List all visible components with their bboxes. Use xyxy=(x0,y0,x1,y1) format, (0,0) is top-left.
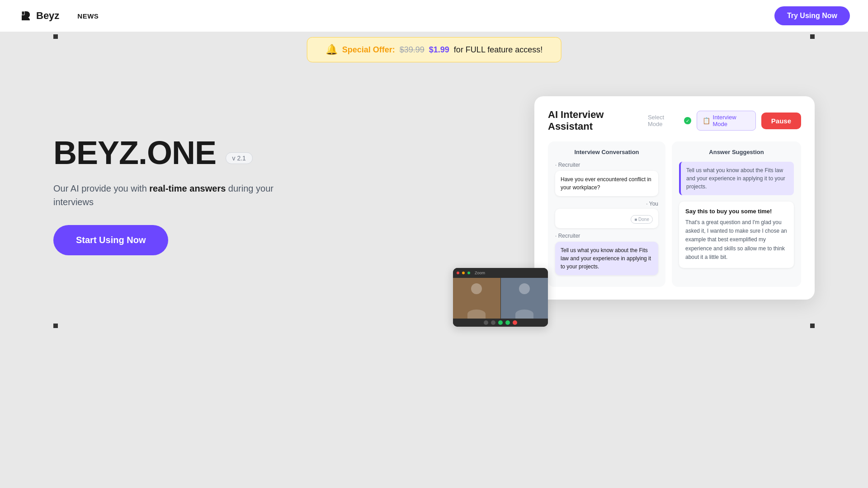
video-min-dot xyxy=(462,272,465,274)
logo-text: Beyz xyxy=(36,10,59,22)
video-control-1[interactable] xyxy=(484,320,488,325)
video-person-2 xyxy=(501,278,548,319)
video-max-dot xyxy=(467,272,470,274)
brand-title-line: BEYZ.ONE v 2.1 xyxy=(53,136,316,169)
select-mode-label: Select Mode xyxy=(648,114,679,127)
special-label: Special Offer: xyxy=(342,45,395,55)
tagline-prefix: Our AI provide you with xyxy=(53,183,149,193)
start-using-now-button[interactable]: Start Using Now xyxy=(53,225,168,255)
video-control-3[interactable] xyxy=(498,320,503,325)
mode-check-icon: ✓ xyxy=(684,117,691,124)
corner-marker-tl xyxy=(53,34,58,39)
interview-col-title: Interview Conversation xyxy=(555,149,658,155)
person-2-body xyxy=(515,310,533,319)
person-2-head xyxy=(519,283,530,294)
you-label: · You xyxy=(555,201,658,207)
main-content: BEYZ.ONE v 2.1 Our AI provide you with r… xyxy=(53,63,815,328)
video-title: Zoom xyxy=(475,271,485,275)
person-1-head xyxy=(471,283,482,294)
video-bar: Zoom xyxy=(453,268,548,278)
pause-button[interactable]: Pause xyxy=(761,113,801,129)
suggestion-box: Say this to buy you some time! That's a … xyxy=(679,202,794,268)
video-overlay: Zoom xyxy=(453,268,548,327)
main-nav: NEWS xyxy=(77,12,99,20)
mode-badge[interactable]: 📋 Interview Mode xyxy=(697,111,756,131)
recruiter-label-1: · Recruiter xyxy=(555,162,658,168)
video-content xyxy=(453,278,548,319)
tagline: Our AI provide you with real-time answer… xyxy=(53,182,316,209)
tagline-bold: real-time answers xyxy=(149,183,226,193)
hero-right: AI Interview Assistant Select Mode ✓ 📋 I… xyxy=(316,92,815,300)
say-this-title: Say this to buy you some time! xyxy=(685,208,788,215)
panel-columns: Interview Conversation · Recruiter Have … xyxy=(548,141,801,287)
ai-panel: AI Interview Assistant Select Mode ✓ 📋 I… xyxy=(534,96,815,300)
mode-label-text: Interview Mode xyxy=(713,114,750,127)
brand-title: BEYZ.ONE xyxy=(53,135,216,171)
special-offer-banner: 🔔 Special Offer: $39.99 $1.99 for FULL f… xyxy=(307,37,561,62)
answer-col-title: Answer Suggestion xyxy=(679,149,794,155)
try-using-now-button[interactable]: Try Using Now xyxy=(774,6,850,25)
video-control-2[interactable] xyxy=(491,320,495,325)
corner-marker-tr xyxy=(810,34,815,39)
mode-selector: Select Mode ✓ 📋 Interview Mode Pause xyxy=(648,111,801,131)
new-price: $1.99 xyxy=(429,45,449,55)
interview-conversation-panel: Interview Conversation · Recruiter Have … xyxy=(548,141,665,287)
recruiter-question-2: Tell us what you know about the Fits law… xyxy=(555,242,658,275)
calendar-icon: 📋 xyxy=(703,117,710,124)
ai-panel-header: AI Interview Assistant Select Mode ✓ 📋 I… xyxy=(548,109,801,132)
banner-rest-text: for FULL feature access! xyxy=(454,45,542,55)
person-1-body xyxy=(467,310,486,319)
video-end-call[interactable] xyxy=(513,320,517,325)
recruiter-label-2: · Recruiter xyxy=(555,233,658,239)
ai-panel-title: AI Interview Assistant xyxy=(548,109,648,132)
video-bottom-bar xyxy=(453,319,548,327)
done-tag: ■ Done xyxy=(631,215,653,224)
video-control-4[interactable] xyxy=(505,320,510,325)
suggestion-question: Tell us what you know about the Fits law… xyxy=(679,162,794,195)
bell-icon: 🔔 xyxy=(326,44,338,56)
answer-suggestion-panel: Answer Suggestion Tell us what you know … xyxy=(672,141,801,287)
you-response: ■ Done xyxy=(555,209,658,228)
recruiter-question-1: Have you ever encountered conflict in yo… xyxy=(555,171,658,196)
say-this-text: That's a great question and I'm glad you… xyxy=(685,218,788,262)
version-badge: v 2.1 xyxy=(226,152,253,164)
logo[interactable]: Beyz xyxy=(18,9,59,23)
video-close-dot xyxy=(457,272,459,274)
video-person-1 xyxy=(453,278,501,319)
logo-icon xyxy=(18,9,33,23)
hero-left: BEYZ.ONE v 2.1 Our AI provide you with r… xyxy=(53,118,316,273)
nav-news[interactable]: NEWS xyxy=(77,12,99,20)
old-price: $39.99 xyxy=(400,45,425,55)
header: Beyz NEWS Try Using Now xyxy=(0,0,868,32)
